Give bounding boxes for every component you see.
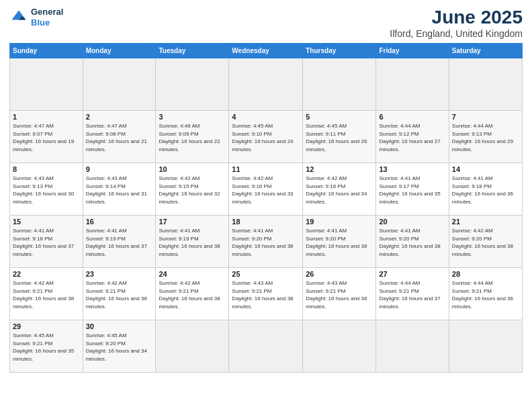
daylight-label: Daylight: 16 hours and 33 minutes. (232, 191, 293, 205)
calendar-cell (376, 58, 449, 111)
calendar-cell: 3 Sunrise: 4:46 AM Sunset: 9:09 PM Dayli… (156, 111, 229, 163)
day-info: Sunrise: 4:41 AM Sunset: 9:19 PM Dayligh… (159, 227, 226, 258)
sunrise-label: Sunrise: 4:41 AM (452, 175, 493, 181)
sunset-label: Sunset: 9:21 PM (232, 288, 271, 294)
day-info: Sunrise: 4:42 AM Sunset: 9:21 PM Dayligh… (159, 279, 226, 310)
day-info: Sunrise: 4:43 AM Sunset: 9:14 PM Dayligh… (86, 175, 153, 205)
daylight-label: Daylight: 16 hours and 37 minutes. (86, 243, 147, 257)
day-number: 9 (86, 165, 153, 173)
day-info: Sunrise: 4:42 AM Sunset: 9:20 PM Dayligh… (452, 227, 519, 258)
calendar-cell: 14 Sunrise: 4:41 AM Sunset: 9:18 PM Dayl… (449, 163, 522, 216)
day-info: Sunrise: 4:42 AM Sunset: 9:21 PM Dayligh… (86, 279, 153, 310)
calendar-cell (10, 58, 83, 111)
sunset-label: Sunset: 9:09 PM (159, 131, 198, 137)
day-number: 27 (379, 270, 445, 278)
sunrise-label: Sunrise: 4:42 AM (452, 228, 493, 234)
day-info: Sunrise: 4:47 AM Sunset: 9:07 PM Dayligh… (13, 122, 80, 153)
sunrise-label: Sunrise: 4:43 AM (86, 175, 127, 181)
calendar-cell: 17 Sunrise: 4:41 AM Sunset: 9:19 PM Dayl… (156, 216, 229, 268)
sunrise-label: Sunrise: 4:43 AM (232, 280, 273, 286)
sunset-label: Sunset: 9:08 PM (86, 131, 126, 137)
calendar-cell: 24 Sunrise: 4:42 AM Sunset: 9:21 PM Dayl… (156, 268, 229, 320)
sunset-label: Sunset: 9:20 PM (306, 236, 345, 242)
calendar-cell: 25 Sunrise: 4:43 AM Sunset: 9:21 PM Dayl… (229, 268, 303, 320)
sunset-label: Sunset: 9:15 PM (159, 183, 198, 189)
sunset-label: Sunset: 9:19 PM (159, 236, 198, 242)
day-number: 28 (452, 270, 519, 278)
sunset-label: Sunset: 9:18 PM (452, 183, 492, 189)
day-info: Sunrise: 4:41 AM Sunset: 9:18 PM Dayligh… (452, 175, 519, 205)
daylight-label: Daylight: 16 hours and 38 minutes. (306, 295, 367, 310)
sunset-label: Sunset: 9:20 PM (86, 340, 126, 347)
calendar-cell (229, 320, 303, 373)
sunrise-label: Sunrise: 4:44 AM (379, 280, 420, 286)
daylight-label: Daylight: 16 hours and 38 minutes. (159, 295, 220, 310)
day-number: 25 (232, 270, 300, 278)
calendar-cell: 12 Sunrise: 4:42 AM Sunset: 9:16 PM Dayl… (303, 163, 376, 216)
day-number: 3 (159, 113, 226, 121)
sunrise-label: Sunrise: 4:43 AM (306, 280, 347, 286)
calendar-cell: 19 Sunrise: 4:41 AM Sunset: 9:20 PM Dayl… (303, 216, 376, 268)
day-number: 10 (159, 165, 226, 173)
sunset-label: Sunset: 9:16 PM (232, 183, 271, 189)
day-number: 7 (452, 113, 519, 121)
sunrise-label: Sunrise: 4:41 AM (86, 228, 127, 234)
calendar-week-4: 15 Sunrise: 4:41 AM Sunset: 9:18 PM Dayl… (10, 216, 523, 268)
calendar-cell (449, 58, 522, 111)
col-monday: Monday (83, 44, 156, 58)
sunset-label: Sunset: 9:13 PM (452, 131, 492, 137)
daylight-label: Daylight: 16 hours and 26 minutes. (306, 138, 367, 152)
sunrise-label: Sunrise: 4:42 AM (159, 280, 200, 286)
calendar-week-3: 8 Sunrise: 4:43 AM Sunset: 9:13 PM Dayli… (10, 163, 523, 216)
day-number: 2 (86, 113, 153, 121)
day-info: Sunrise: 4:45 AM Sunset: 9:21 PM Dayligh… (13, 332, 80, 363)
day-number: 8 (13, 165, 80, 173)
day-number: 19 (306, 218, 373, 226)
sunset-label: Sunset: 9:20 PM (452, 236, 492, 242)
day-info: Sunrise: 4:44 AM Sunset: 9:12 PM Dayligh… (379, 122, 445, 153)
logo-line2: Blue (31, 17, 63, 28)
day-number: 22 (13, 270, 80, 278)
day-number: 1 (13, 113, 80, 121)
sunrise-label: Sunrise: 4:44 AM (379, 123, 420, 129)
sunset-label: Sunset: 9:20 PM (232, 236, 271, 242)
daylight-label: Daylight: 16 hours and 38 minutes. (86, 295, 147, 310)
daylight-label: Daylight: 16 hours and 35 minutes. (13, 348, 74, 362)
subtitle: Ilford, England, United Kingdom (390, 28, 523, 39)
daylight-label: Daylight: 16 hours and 38 minutes. (379, 243, 440, 257)
sunrise-label: Sunrise: 4:45 AM (13, 332, 54, 338)
day-info: Sunrise: 4:42 AM Sunset: 9:16 PM Dayligh… (232, 175, 300, 205)
day-info: Sunrise: 4:47 AM Sunset: 9:08 PM Dayligh… (86, 122, 153, 153)
calendar-cell: 28 Sunrise: 4:44 AM Sunset: 9:21 PM Dayl… (449, 268, 522, 320)
calendar-cell: 29 Sunrise: 4:45 AM Sunset: 9:21 PM Dayl… (10, 320, 83, 373)
calendar-cell: 13 Sunrise: 4:41 AM Sunset: 9:17 PM Dayl… (376, 163, 449, 216)
calendar-cell (156, 320, 229, 373)
sunset-label: Sunset: 9:07 PM (13, 131, 52, 137)
sunset-label: Sunset: 9:21 PM (13, 288, 52, 294)
daylight-label: Daylight: 16 hours and 22 minutes. (159, 138, 220, 152)
sunset-label: Sunset: 9:12 PM (379, 131, 418, 137)
day-info: Sunrise: 4:44 AM Sunset: 9:21 PM Dayligh… (452, 279, 519, 310)
sunrise-label: Sunrise: 4:42 AM (306, 175, 347, 181)
day-number: 14 (452, 165, 519, 173)
day-info: Sunrise: 4:43 AM Sunset: 9:21 PM Dayligh… (232, 279, 300, 310)
daylight-label: Daylight: 16 hours and 24 minutes. (232, 138, 293, 152)
sunset-label: Sunset: 9:18 PM (13, 236, 52, 242)
sunset-label: Sunset: 9:21 PM (86, 288, 126, 294)
calendar-cell: 11 Sunrise: 4:42 AM Sunset: 9:16 PM Dayl… (229, 163, 303, 216)
sunset-label: Sunset: 9:20 PM (379, 236, 418, 242)
col-thursday: Thursday (303, 44, 376, 58)
sunrise-label: Sunrise: 4:41 AM (379, 228, 420, 234)
sunset-label: Sunset: 9:21 PM (159, 288, 198, 294)
logo: General Blue (9, 7, 63, 28)
sunset-label: Sunset: 9:17 PM (379, 183, 418, 189)
sunrise-label: Sunrise: 4:47 AM (13, 123, 54, 129)
calendar-cell: 16 Sunrise: 4:41 AM Sunset: 9:19 PM Dayl… (83, 216, 156, 268)
calendar-cell: 1 Sunrise: 4:47 AM Sunset: 9:07 PM Dayli… (10, 111, 83, 163)
calendar-cell: 20 Sunrise: 4:41 AM Sunset: 9:20 PM Dayl… (376, 216, 449, 268)
header: General Blue June 2025 Ilford, England, … (9, 7, 523, 39)
day-number: 6 (379, 113, 445, 121)
calendar-cell: 15 Sunrise: 4:41 AM Sunset: 9:18 PM Dayl… (10, 216, 83, 268)
day-info: Sunrise: 4:41 AM Sunset: 9:19 PM Dayligh… (86, 227, 153, 258)
calendar-cell: 10 Sunrise: 4:42 AM Sunset: 9:15 PM Dayl… (156, 163, 229, 216)
